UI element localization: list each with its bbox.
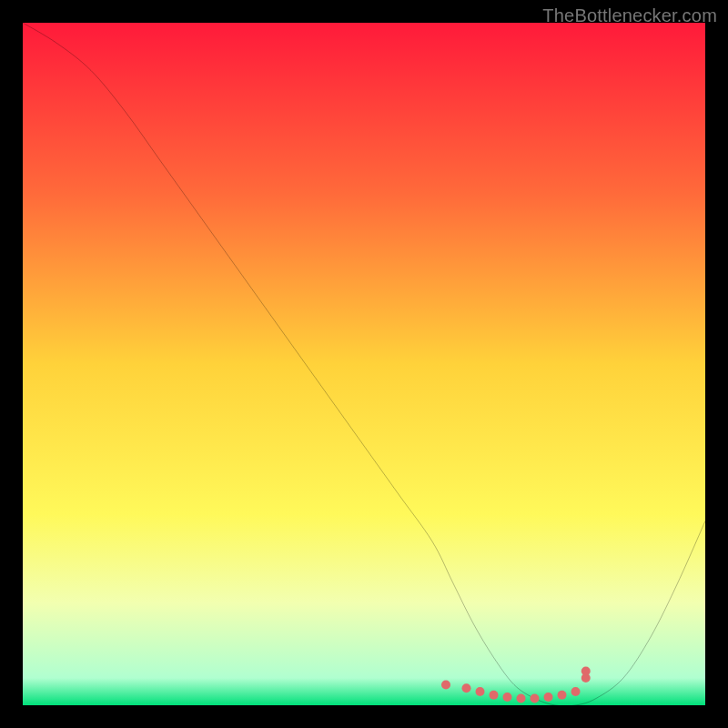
marker-dot	[441, 680, 450, 689]
marker-dot	[489, 691, 498, 700]
marker-dot	[461, 683, 470, 693]
marker-dot	[543, 693, 552, 702]
marker-dot	[571, 687, 580, 696]
marker-dot	[581, 666, 591, 675]
marker-dot	[502, 693, 511, 702]
marker-dot	[530, 693, 539, 703]
chart-container: TheBottlenecker.com	[0, 0, 728, 728]
marker-dot	[516, 693, 525, 703]
plot-background	[23, 23, 705, 705]
marker-dot	[475, 687, 484, 696]
marker-dot	[557, 691, 566, 700]
bottleneck-plot	[23, 23, 705, 705]
